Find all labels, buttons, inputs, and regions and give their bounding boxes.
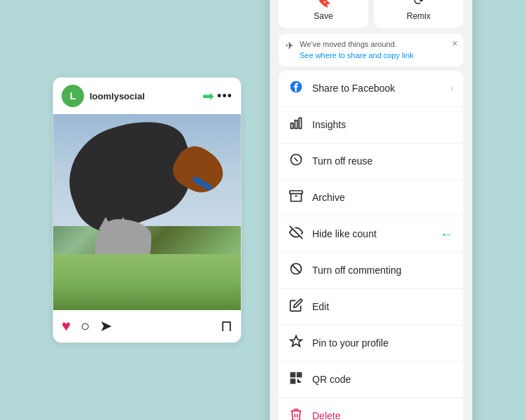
svg-rect-13 [292, 374, 294, 376]
context-menu: 🔖 Save ⟳ Remix ✈ We've moved things arou… [270, 0, 472, 420]
block-icon [288, 262, 304, 279]
svg-rect-3 [299, 118, 301, 128]
save-label: Save [314, 11, 332, 21]
archive-icon [288, 189, 304, 206]
save-button[interactable]: 🔖 Save [279, 0, 368, 28]
share-icon[interactable]: ➤ [99, 317, 112, 335]
svg-rect-2 [295, 120, 297, 129]
svg-line-5 [295, 158, 298, 161]
insights-label: Insights [312, 119, 454, 130]
save-icon: 🔖 [316, 0, 331, 8]
qr-code-label: QR code [312, 374, 454, 385]
pencil-icon [288, 298, 304, 316]
chevron-icon: › [450, 83, 454, 94]
svg-rect-6 [290, 190, 302, 193]
svg-rect-1 [291, 123, 293, 129]
post-card: L loomlysocial ➡ ••• ♥ ○ ➤ ⊓ [52, 77, 241, 343]
turn-off-commenting-label: Turn off commenting [312, 265, 454, 276]
menu-item-turn-off-reuse[interactable]: Turn off reuse [279, 144, 463, 180]
remix-icon: ⟳ [414, 0, 424, 8]
svg-line-9 [292, 265, 300, 273]
svg-rect-15 [292, 380, 294, 382]
menu-item-delete[interactable]: Delete [279, 398, 463, 420]
pin-to-profile-label: Pin to your profile [312, 337, 454, 349]
qr-icon [288, 371, 304, 388]
notice-link[interactable]: See where to share and copy link [300, 50, 456, 61]
post-image [53, 114, 241, 310]
menu-item-insights[interactable]: Insights [279, 107, 463, 144]
facebook-icon [288, 80, 304, 97]
share-facebook-label: Share to Facebook [312, 83, 442, 94]
comment-icon[interactable]: ○ [80, 317, 90, 335]
username: loomlysocial [90, 91, 197, 102]
turn-off-reuse-icon [288, 153, 304, 170]
post-actions: ♥ ○ ➤ ⊓ [53, 310, 241, 342]
notice-banner: ✈ We've moved things around. See where t… [279, 34, 463, 66]
arrow-indicator: ➡ [202, 88, 214, 104]
eye-off-icon [288, 225, 304, 243]
heart-icon[interactable]: ♥ [62, 317, 71, 335]
menu-item-turn-off-commenting[interactable]: Turn off commenting [279, 253, 463, 289]
notice-text: We've moved things around. See where to … [300, 39, 456, 61]
delete-label: Delete [312, 410, 454, 420]
menu-item-edit[interactable]: Edit [279, 289, 463, 326]
menu-top-buttons: 🔖 Save ⟳ Remix [270, 0, 472, 34]
green-arrow-indicator: ← [440, 226, 454, 242]
menu-item-share-facebook[interactable]: Share to Facebook › [279, 71, 463, 107]
turn-off-reuse-label: Turn off reuse [312, 155, 454, 167]
trash-icon [288, 407, 304, 420]
remix-label: Remix [407, 11, 430, 21]
bookmark-icon[interactable]: ⊓ [220, 317, 232, 335]
menu-item-qr-code[interactable]: QR code [279, 362, 463, 398]
edit-label: Edit [312, 301, 454, 312]
post-header: L loomlysocial ➡ ••• [53, 78, 241, 114]
pin-icon [288, 335, 304, 352]
archive-label: Archive [312, 192, 454, 203]
notice-icon: ✈ [286, 40, 294, 51]
menu-item-pin-to-profile[interactable]: Pin to your profile [279, 326, 463, 362]
remix-button[interactable]: ⟳ Remix [374, 0, 463, 28]
notice-close-button[interactable]: × [452, 38, 458, 49]
avatar: L [62, 85, 84, 107]
svg-rect-14 [298, 374, 300, 376]
menu-items-list: Share to Facebook › Insights [279, 71, 463, 420]
insights-icon [288, 116, 304, 134]
hide-like-count-label: Hide like count [312, 228, 427, 239]
menu-item-hide-like-count[interactable]: Hide like count ← [279, 216, 463, 253]
main-container: L loomlysocial ➡ ••• ♥ ○ ➤ ⊓ [0, 0, 525, 420]
menu-item-archive[interactable]: Archive [279, 180, 463, 216]
more-options-button[interactable]: ••• [217, 89, 232, 104]
